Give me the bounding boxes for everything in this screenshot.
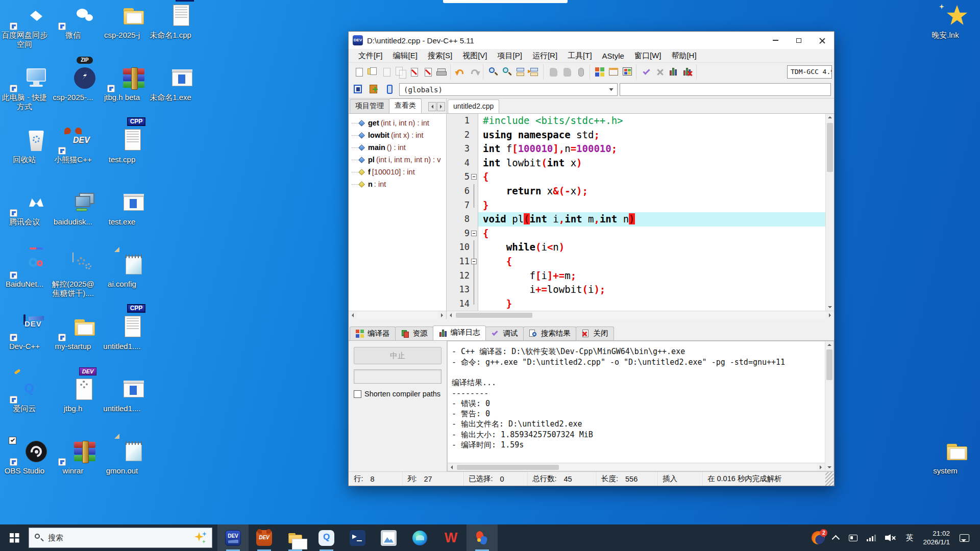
checkbox-icon[interactable] — [354, 390, 361, 398]
search-highlights-icon[interactable] — [193, 531, 207, 544]
scroll-left-icon[interactable] — [447, 312, 455, 319]
display-tray-button[interactable] — [845, 528, 861, 548]
replace-all-icon[interactable] — [528, 65, 542, 79]
minimize-button[interactable] — [764, 32, 787, 49]
code-line-10[interactable]: while(i<n) — [478, 240, 825, 255]
scroll-right-icon[interactable] — [826, 312, 834, 319]
code-line-14[interactable]: } — [478, 297, 825, 311]
tab-项目管理[interactable]: 项目管理 — [350, 99, 389, 113]
desktop-icon-recycle[interactable]: 回收站 — [1, 129, 48, 164]
browser-tray-button[interactable]: 2 — [808, 528, 828, 548]
find-icon[interactable] — [486, 65, 500, 79]
taskbar-app-folder[interactable] — [280, 524, 311, 551]
taskbar-search[interactable]: 搜索 — [29, 528, 212, 548]
scroll-right-icon[interactable] — [438, 312, 446, 319]
menu-item-文件[interactable]: 文件[F] — [354, 49, 387, 62]
menu-item-视图[interactable]: 视图[V] — [458, 49, 492, 62]
resize-grip[interactable] — [825, 472, 834, 486]
desktop-icon-obs[interactable]: OBS Studio — [1, 440, 48, 475]
profile-delete-icon[interactable] — [681, 65, 695, 79]
taskbar-app-wps[interactable]: W — [435, 524, 467, 551]
action-center-button[interactable] — [956, 528, 973, 548]
undo-icon[interactable] — [454, 65, 468, 79]
code-line-1[interactable]: #include <bits/stdc++.h> — [478, 114, 825, 128]
tree-item-lowbit[interactable]: lowbit (int x) : int — [352, 129, 446, 141]
desktop-icon-geardoc[interactable]: DEVjtbg.h — [50, 378, 96, 413]
abort-button[interactable]: 中止 — [354, 347, 442, 364]
menu-item-工具[interactable]: 工具[T] — [563, 49, 597, 62]
menu-item-AStyle[interactable]: AStyle — [598, 50, 629, 62]
members-combobox[interactable] — [620, 83, 831, 96]
find-in-files-icon[interactable] — [500, 65, 514, 79]
bookmark-icon[interactable] — [383, 83, 397, 96]
replace-icon[interactable] — [514, 65, 528, 79]
compile-icon[interactable] — [547, 65, 560, 79]
tree-item-main[interactable]: main () : int — [352, 141, 446, 154]
volume-tray-button[interactable] — [881, 528, 900, 548]
menu-item-项目[interactable]: 项目[P] — [493, 49, 527, 62]
desktop-icon-wechat[interactable]: 微信 — [50, 4, 96, 40]
bottom-tab-编译器[interactable]: 编译器 — [350, 327, 396, 340]
code-line-3[interactable]: int f[100010],n=100010; — [478, 142, 825, 156]
fold-collapse-icon[interactable] — [471, 231, 477, 236]
fold-collapse-icon[interactable] — [471, 259, 477, 264]
code-line-2[interactable]: using namespace std; — [478, 128, 825, 142]
goto-declaration-icon[interactable] — [352, 83, 365, 96]
desktop-icon-devcpp[interactable]: DEVDev-C++ — [1, 315, 48, 351]
code-line-9[interactable]: { — [478, 227, 825, 241]
close-all-icon[interactable] — [421, 65, 435, 79]
hidden-icons-button[interactable] — [830, 528, 843, 548]
editor-horizontal-scrollbar[interactable] — [447, 311, 834, 319]
bottom-tab-关闭[interactable]: 关闭 — [576, 327, 614, 340]
open-file-icon[interactable] — [366, 65, 380, 79]
scroll-down-icon[interactable] — [826, 304, 834, 311]
bottom-tab-编译日志[interactable]: 编译日志 — [433, 325, 486, 340]
new-class-icon[interactable] — [368, 83, 381, 96]
code-line-8[interactable]: void pl(int i,int m,int n) — [478, 212, 825, 227]
tree-item-pl[interactable]: pl (int i, int m, int n) : v — [352, 154, 446, 166]
desktop-icon-folder[interactable]: csp-2025-j — [99, 4, 145, 40]
code-line-4[interactable]: int lowbit(int x) — [478, 156, 825, 170]
desktop-icon-bandizip[interactable]: ZIPcsp-2025-... — [50, 66, 96, 102]
bottom-tab-资源[interactable]: 资源 — [395, 327, 433, 340]
print-icon[interactable] — [435, 65, 449, 79]
start-button[interactable] — [0, 524, 29, 551]
desktop-icon-晚安.lnk[interactable]: 晚安.lnk — [922, 4, 969, 40]
code-line-6[interactable]: return x&(-x); — [478, 184, 825, 198]
shorten-paths-option[interactable]: Shorten compiler paths — [354, 390, 442, 398]
scroll-left-icon[interactable] — [349, 312, 357, 319]
code-line-7[interactable]: } — [478, 198, 825, 213]
desktop-icon-meeting[interactable]: 腾讯会议 — [1, 191, 48, 227]
scroll-down-icon[interactable] — [825, 464, 834, 471]
globals-combobox[interactable]: (globals) — [399, 83, 618, 96]
bottom-tab-搜索结果[interactable]: 搜索结果 — [523, 327, 576, 340]
environment-icon[interactable] — [621, 65, 634, 79]
desktop-icon-netdisk[interactable]: BaiduNet... — [1, 253, 48, 289]
desktop-icon-cpp[interactable]: CPPtest.cpp — [99, 129, 145, 164]
editor-gutter[interactable]: 1234567891011121314 — [447, 114, 478, 311]
compile-run-icon[interactable] — [574, 65, 588, 79]
desktop-icon-winrar[interactable]: jtbg.h beta — [99, 66, 145, 102]
desktop-icon-folder[interactable]: my-startup — [50, 315, 96, 351]
close-file-icon[interactable] — [407, 65, 421, 79]
close-button[interactable] — [811, 32, 834, 49]
save-all-icon[interactable] — [394, 65, 407, 79]
desktop-icon-system[interactable]: system — [922, 440, 969, 475]
code-line-12[interactable]: f[i]+=m; — [478, 269, 825, 283]
tree-item-get[interactable]: get (int i, int n) : int — [352, 117, 446, 129]
desktop-icon-cpp[interactable]: CPP未命名1.cpp — [147, 4, 194, 40]
redo-icon[interactable] — [468, 65, 481, 79]
scroll-left-icon[interactable] — [448, 464, 456, 471]
taskbar-app-ps[interactable] — [342, 524, 373, 551]
input-language-button[interactable]: 英 — [902, 528, 917, 548]
desktop-icon-exew[interactable]: test.exe — [99, 191, 145, 227]
menu-item-编辑[interactable]: 编辑[E] — [388, 49, 422, 62]
title-bar[interactable]: DEV D:\untitled2.cpp - Dev-C++ 5.11 — [349, 32, 834, 49]
desktop-icon-winrar[interactable]: winrar — [50, 440, 96, 475]
taskbar-app-quark[interactable]: Q — [311, 524, 342, 551]
desktop-icon-monitors[interactable]: baidudisk... — [50, 191, 96, 227]
taskbar-app-colorful[interactable] — [467, 524, 498, 551]
abort-compile-icon[interactable] — [653, 65, 667, 79]
compile-log-text[interactable]: - C++ 编译器: D:\软件安装\Dev-Cpp\MinGW64\bin\g… — [448, 341, 825, 463]
taskbar-app-photos[interactable] — [373, 524, 404, 551]
